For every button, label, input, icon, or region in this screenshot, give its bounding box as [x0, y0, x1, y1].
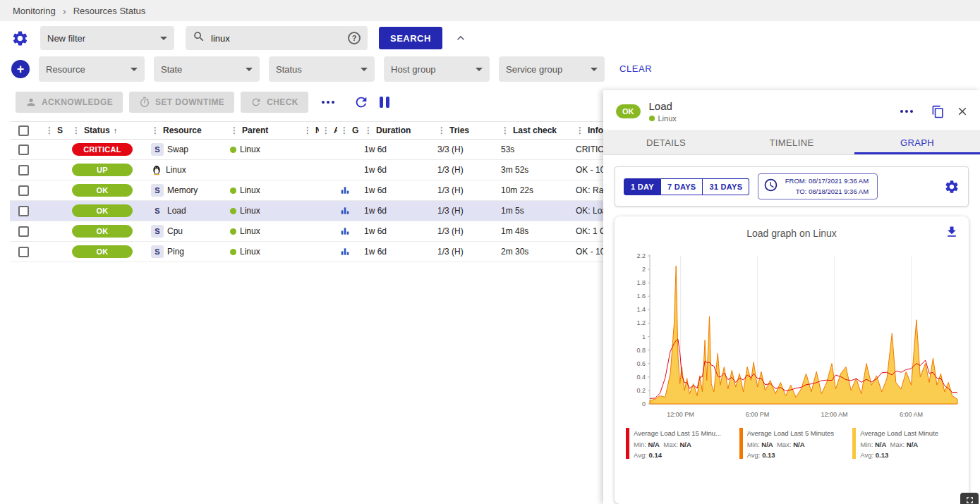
- range-31days-button[interactable]: 31 DAYS: [703, 178, 749, 195]
- column-header-resource[interactable]: ⋮Resource: [148, 125, 227, 135]
- graph-settings-gear-icon[interactable]: [944, 179, 960, 195]
- range-7days-button[interactable]: 7 DAYS: [661, 178, 703, 195]
- table-row[interactable]: CRITICALSSwapLinux1w 6d3/3 (H)53sCRITIC: [10, 140, 608, 160]
- collapse-filters-chevron-up-icon[interactable]: [454, 31, 468, 45]
- refresh-icon[interactable]: [353, 94, 369, 110]
- row-checkbox[interactable]: [18, 145, 29, 155]
- tab-timeline[interactable]: TIMELINE: [729, 130, 854, 154]
- column-header-tries[interactable]: ⋮Tries: [435, 125, 498, 135]
- panel-more-actions-icon[interactable]: [893, 106, 920, 117]
- parent-cell[interactable]: Linux: [227, 185, 301, 195]
- parent-cell[interactable]: Linux: [227, 145, 301, 154]
- range-1day-button[interactable]: 1 DAY: [624, 178, 661, 195]
- table-row[interactable]: UPLinux1w 6d1/3 (H)3m 52sOK - 10: [10, 160, 608, 180]
- svg-text:1: 1: [642, 333, 646, 340]
- row-checkbox[interactable]: [18, 185, 29, 196]
- parent-cell[interactable]: Linux: [227, 206, 301, 216]
- legend-item[interactable]: Average Load Last MinuteMin: N/A Max: N/…: [852, 428, 957, 460]
- column-header-status[interactable]: ⋮Status↑: [69, 125, 148, 135]
- saved-filter-select[interactable]: New filter: [40, 26, 174, 50]
- column-header-a[interactable]: ⋮A: [319, 125, 337, 135]
- select-all-checkbox[interactable]: [18, 125, 29, 136]
- acknowledge-button[interactable]: ACKNOWLEDGE: [16, 92, 123, 113]
- graph-title: Load graph on Linux: [620, 228, 963, 239]
- drag-handle-icon[interactable]: ⋮: [340, 125, 349, 135]
- graph-cell[interactable]: [337, 226, 361, 236]
- svg-text:12:00 PM: 12:00 PM: [667, 411, 694, 418]
- search-input[interactable]: [211, 33, 342, 44]
- tab-details[interactable]: DETAILS: [603, 130, 729, 154]
- copy-link-icon[interactable]: [931, 105, 945, 118]
- legend-item[interactable]: Average Load Last 5 MinutesMin: N/A Max:…: [739, 428, 845, 460]
- clear-filters-button[interactable]: CLEAR: [619, 63, 652, 74]
- drag-handle-icon[interactable]: ⋮: [322, 125, 330, 135]
- drag-handle-icon[interactable]: ⋮: [45, 125, 54, 135]
- graph-cell[interactable]: [337, 247, 361, 257]
- row-checkbox[interactable]: [18, 206, 29, 216]
- add-filter-button[interactable]: +: [11, 60, 30, 78]
- tries-cell: 1/3 (H): [435, 165, 498, 175]
- search-box[interactable]: ?: [186, 26, 368, 50]
- more-actions-icon[interactable]: [315, 97, 341, 108]
- host-group-select[interactable]: Host group: [384, 56, 490, 82]
- download-icon[interactable]: [945, 225, 959, 242]
- drag-handle-icon[interactable]: ⋮: [437, 125, 446, 135]
- column-header-duration[interactable]: ⋮Duration: [361, 125, 435, 135]
- help-icon[interactable]: ?: [348, 32, 361, 44]
- resource-cell[interactable]: SPing: [148, 245, 227, 258]
- pause-icon[interactable]: [380, 97, 389, 108]
- column-header-n[interactable]: ⋮N: [301, 125, 319, 135]
- service-group-select[interactable]: Service group: [499, 56, 605, 82]
- state-select[interactable]: State: [154, 56, 260, 82]
- graph-icon[interactable]: [340, 185, 350, 195]
- search-button[interactable]: SEARCH: [379, 27, 442, 49]
- drag-handle-icon[interactable]: ⋮: [303, 125, 312, 135]
- drag-handle-icon[interactable]: ⋮: [72, 125, 80, 135]
- table-row[interactable]: OKSLoadLinux1w 6d1/3 (H)1m 5sOK: Loa: [10, 201, 608, 221]
- status-select[interactable]: Status: [269, 56, 375, 82]
- drag-handle-icon[interactable]: ⋮: [364, 125, 373, 135]
- column-header-last-check[interactable]: ⋮Last check: [498, 125, 573, 135]
- table-row[interactable]: OKSCpuLinux1w 6d1/3 (H)1m 48sOK: 1 C: [10, 221, 608, 242]
- graph-icon[interactable]: [340, 247, 350, 257]
- graph-cell[interactable]: [337, 185, 361, 195]
- column-header-g[interactable]: ⋮G: [337, 125, 361, 135]
- date-range-picker[interactable]: FROM: 08/17/2021 9:36 AM TO: 08/18/2021 …: [758, 173, 878, 199]
- column-header-parent[interactable]: ⋮Parent: [227, 125, 301, 135]
- resource-cell[interactable]: SCpu: [148, 225, 227, 238]
- resource-select[interactable]: Resource: [39, 56, 145, 82]
- resource-select-label: Resource: [46, 64, 85, 75]
- breadcrumb-monitoring[interactable]: Monitoring: [13, 6, 56, 16]
- resource-cell[interactable]: Linux: [148, 164, 227, 176]
- drag-handle-icon[interactable]: ⋮: [151, 125, 159, 135]
- parent-status-dot: [230, 228, 236, 235]
- graph-cell[interactable]: [337, 206, 361, 216]
- row-checkbox[interactable]: [18, 165, 29, 176]
- parent-cell[interactable]: Linux: [227, 247, 301, 257]
- row-checkbox[interactable]: [18, 226, 29, 237]
- graph-icon[interactable]: [340, 226, 350, 236]
- legend-item[interactable]: Average Load Last 15 Minu...Min: N/A Max…: [626, 428, 731, 460]
- fullscreen-icon[interactable]: [960, 493, 979, 504]
- resource-cell[interactable]: SLoad: [148, 204, 227, 217]
- breadcrumb-resources-status[interactable]: Resources Status: [73, 6, 146, 16]
- drag-handle-icon[interactable]: ⋮: [576, 125, 584, 135]
- tab-graph[interactable]: GRAPH: [854, 130, 980, 154]
- check-button[interactable]: CHECK: [241, 92, 308, 113]
- column-header-s[interactable]: ⋮S: [42, 125, 69, 135]
- table-row[interactable]: OKSPingLinux1w 6d1/3 (H)2m 30sOK - 10: [10, 242, 608, 262]
- load-graph[interactable]: 12:00 PM6:00 PM12:00 AM6:00 AM00.20.40.6…: [620, 249, 963, 424]
- drag-handle-icon[interactable]: ⋮: [230, 125, 238, 135]
- close-panel-icon[interactable]: [956, 105, 969, 118]
- resource-cell[interactable]: SMemory: [148, 184, 227, 197]
- drag-handle-icon[interactable]: ⋮: [501, 125, 509, 135]
- row-checkbox[interactable]: [18, 247, 29, 257]
- filter-settings-gear-icon[interactable]: [11, 30, 29, 47]
- parent-cell[interactable]: Linux: [227, 226, 301, 236]
- graph-icon[interactable]: [340, 206, 350, 216]
- table-header-row: ⋮S⋮Status↑⋮Resource⋮Parent⋮N⋮A⋮G⋮Duratio…: [10, 121, 608, 140]
- table-row[interactable]: OKSMemoryLinux1w 6d1/3 (H)10m 22sOK: Ra: [10, 180, 608, 201]
- set-downtime-button[interactable]: SET DOWNTIME: [129, 92, 234, 113]
- tries-cell: 1/3 (H): [435, 185, 498, 195]
- resource-cell[interactable]: SSwap: [148, 143, 227, 156]
